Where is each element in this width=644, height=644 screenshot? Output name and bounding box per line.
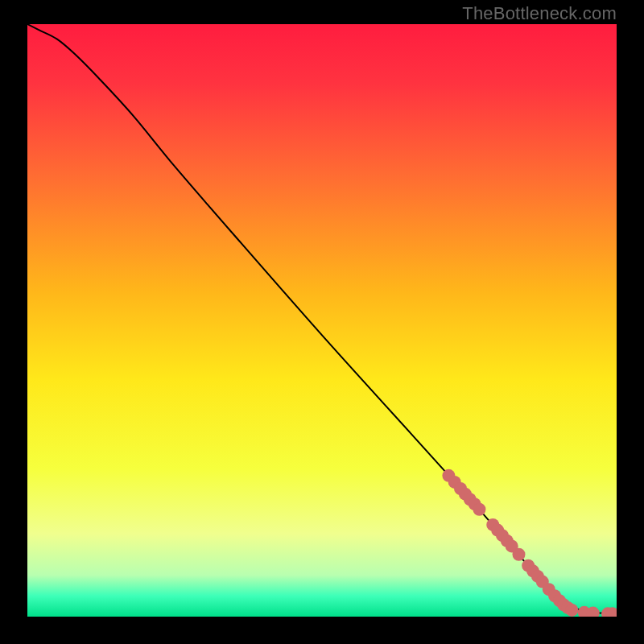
data-marker xyxy=(512,548,525,561)
data-marker xyxy=(565,604,578,617)
data-marker xyxy=(473,503,485,516)
plot-background xyxy=(27,24,617,617)
attribution-label: TheBottleneck.com xyxy=(462,3,617,24)
bottleneck-chart xyxy=(27,24,617,617)
chart-frame: TheBottleneck.com xyxy=(0,0,644,644)
